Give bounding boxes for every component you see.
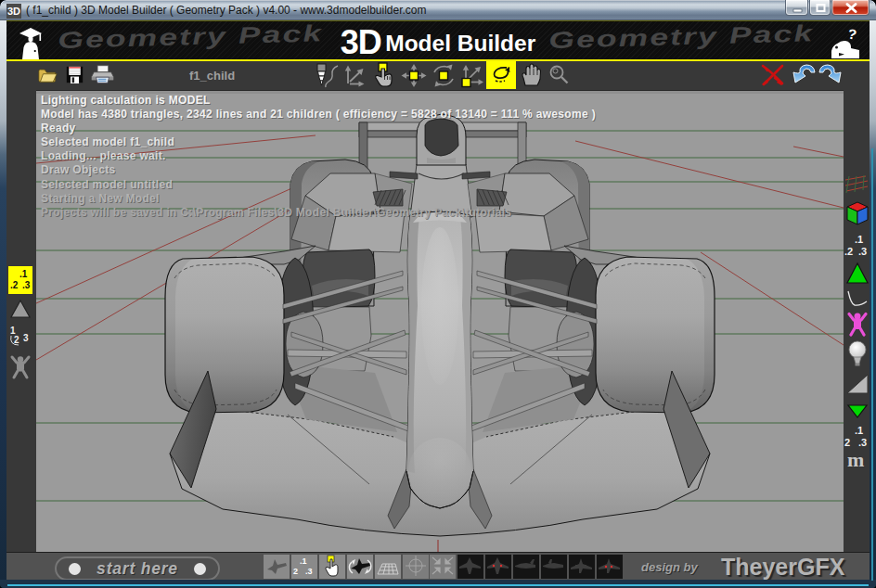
svg-text:.3: .3: [22, 280, 31, 290]
svg-text:2: 2: [14, 335, 19, 345]
svg-text:.1: .1: [300, 556, 307, 566]
svg-text:.2: .2: [844, 246, 853, 257]
svg-text:?: ?: [846, 26, 857, 43]
svg-text:.3: .3: [305, 567, 313, 576]
svg-text:.2: .2: [10, 280, 19, 290]
svg-text:.1: .1: [855, 425, 863, 436]
svg-text:.3: .3: [858, 437, 867, 448]
svg-text:2: 2: [293, 567, 298, 576]
svg-text:.1: .1: [19, 269, 28, 279]
svg-text:m: m: [847, 449, 864, 471]
svg-text:2: 2: [844, 437, 850, 448]
svg-text:3: 3: [23, 333, 29, 343]
svg-text:.1: .1: [855, 234, 863, 245]
svg-text:.3: .3: [858, 246, 867, 257]
